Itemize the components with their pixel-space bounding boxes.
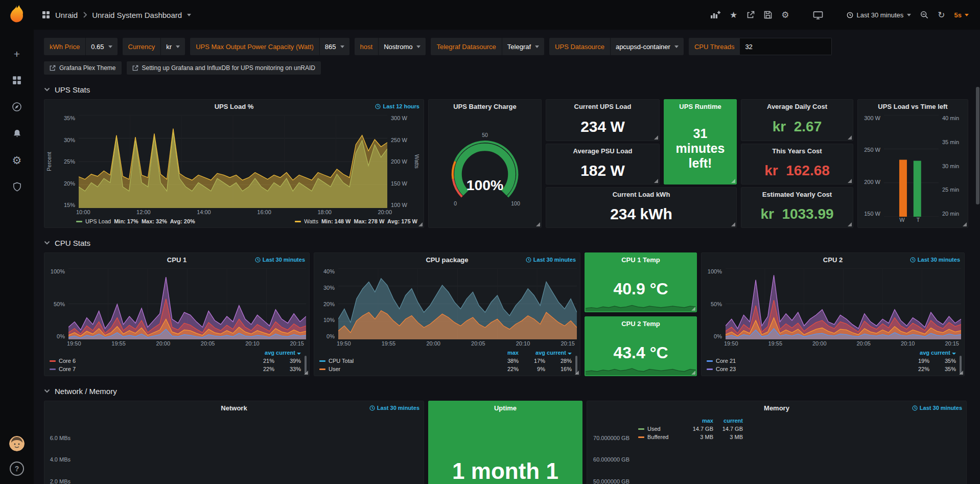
avatar-face-icon [9,436,25,451]
cycle-view-mode-button[interactable] [813,11,823,19]
panel-legend: avg current Core 21 19% 35% Core 23 22% … [702,349,964,376]
row-title: CPU Stats [55,239,90,247]
legend-sort-avg[interactable]: avg [903,350,929,356]
panel-title[interactable]: Average PSU Load [546,144,659,158]
sidebar-configuration-button[interactable]: ⚙ [11,154,23,166]
panel-title[interactable]: UPS Runtime [664,100,736,113]
shield-icon [12,182,22,192]
panel-title[interactable]: Current Load kWh [546,188,736,201]
legend-series-core23[interactable]: Core 23 [707,366,903,372]
grafana-logo[interactable] [6,4,28,26]
sidebar-dashboards-button[interactable] [11,74,23,86]
legend-sort-current[interactable]: current [713,418,743,424]
dashboard-picker-icon[interactable] [42,11,50,19]
time-range-picker[interactable]: Last 30 minutes [847,11,912,19]
panel-title[interactable]: Average Daily Cost [741,100,853,113]
panel-title[interactable]: CPU 1 Temp [585,253,696,267]
row-header-ups-stats[interactable]: UPS Stats [44,81,975,98]
refresh-button[interactable]: ↻ [938,11,945,19]
share-dashboard-button[interactable] [746,11,755,19]
legend-scrollbar[interactable] [575,356,577,374]
legend-series-core21[interactable]: Core 21 [707,358,903,364]
legend-series-watts[interactable]: Watts [304,218,318,224]
sidebar-server-admin-button[interactable] [11,180,23,193]
page-scrollbar-thumb[interactable] [976,87,979,204]
legend-series-core6[interactable]: Core 6 [50,358,248,364]
legend-swatch [638,436,644,438]
row-header-network-memory[interactable]: Network / Memory [44,382,975,400]
legend-series-core7[interactable]: Core 7 [50,366,248,372]
help-icon: ? [15,465,19,473]
legend-sort-current[interactable]: current [929,350,956,356]
link-grafana-plex-theme[interactable]: Grafana Plex Theme [44,61,122,75]
caret-down-icon [674,45,679,48]
legend-series-buffered[interactable]: Buffered [638,434,684,440]
legend-sort-avg[interactable]: avg [519,350,545,356]
panel-ups-load-vs-time-left: UPS Load vs Time left 300 W250 W200 W150… [857,99,968,228]
cost-stat-column: Average Daily Cost kr 2.67 This Years Co… [741,99,853,228]
legend-row: Core 23 22% 35% [707,366,956,372]
legend-series-user[interactable]: User [319,366,492,372]
legend-series-used[interactable]: Used [638,426,684,432]
panel-title[interactable]: UPS Load vs Time left [858,100,968,113]
panel-title[interactable]: CPU 2 Temp [585,317,696,331]
panel-title[interactable]: Estimated Yearly Cost [741,188,853,201]
panel-title[interactable]: This Years Cost [741,144,853,158]
caret-down-icon [108,45,112,48]
variable-value-dropdown[interactable]: 0.65 [85,38,117,55]
stat-value: 234 W [546,113,659,141]
dashboard-settings-button[interactable]: ⚙ [781,11,789,19]
legend-sort-max[interactable]: max [684,418,713,424]
save-dashboard-button[interactable] [764,11,772,19]
legend-sort-avg[interactable]: avg [248,350,274,356]
panel-title[interactable]: Memory [587,401,966,415]
star-dashboard-button[interactable]: ★ [730,11,737,19]
legend-scrollbar[interactable] [960,356,962,374]
cpu1-temp-sparkline [586,295,696,311]
variable-value-dropdown[interactable]: Telegraf [502,38,544,55]
variable-value-dropdown[interactable]: Nostromo [378,38,426,55]
row-header-cpu-stats[interactable]: CPU Stats [44,234,975,251]
panel-title[interactable]: Current UPS Load [546,100,659,113]
caret-down-icon [176,45,180,48]
legend-swatch [319,368,325,370]
cpu-threads-input[interactable] [740,38,832,55]
legend-scrollbar[interactable] [305,356,307,374]
sort-caret-icon [952,353,956,355]
add-panel-button[interactable] [710,11,720,19]
zoom-out-time-button[interactable] [920,11,928,19]
panel-current-load-kwh: Current Load kWh 234 kWh [546,187,737,228]
stat-value: kr 2.67 [741,113,853,141]
panel-title[interactable]: Network [44,401,424,415]
variable-value-dropdown[interactable]: 865 [319,38,349,55]
link-ups-monitoring-guide[interactable]: Setting up Grafana and InfluxDB for UPS … [127,61,321,75]
legend-series-cpu-total[interactable]: CPU Total [319,358,492,364]
breadcrumb-dashboard-title[interactable]: Unraid System Dashboard [92,11,182,19]
zoom-out-icon [920,11,928,19]
user-avatar[interactable] [9,436,25,451]
variable-value-dropdown[interactable]: apcupsd-container [610,38,684,55]
legend-swatch [76,221,82,222]
caret-down-icon [416,45,421,48]
panel-ups-runtime: UPS Runtime 31 minutes left! [664,99,737,185]
top-navbar: Unraid Unraid System Dashboard ★ ⚙ Last … [34,0,980,30]
help-button[interactable]: ? [10,462,24,476]
panel-time-override: Last 30 minutes [910,253,960,266]
chevron-down-icon [44,241,50,245]
panel-title[interactable]: UPS Battery Charge [429,100,541,113]
clock-icon [375,104,381,109]
legend-series-ups-load[interactable]: UPS Load [85,218,111,224]
sidebar-explore-button[interactable] [11,101,23,113]
legend-sort-current[interactable]: current [545,350,572,356]
breadcrumb-app[interactable]: Unraid [55,11,78,19]
panel-title[interactable]: UPS Load % [44,100,424,113]
chevron-down-icon [44,389,50,393]
legend-sort-max[interactable]: max [492,350,519,356]
sidebar-alerting-button[interactable] [11,127,23,140]
refresh-interval-picker[interactable]: 5s [954,11,969,19]
panel-title[interactable]: Uptime [429,401,582,415]
variable-value-dropdown[interactable]: kr [160,38,185,55]
sidebar: + ⚙ ? [0,0,34,484]
sidebar-create-button[interactable]: + [11,48,23,60]
legend-sort-current[interactable]: current [274,350,301,356]
